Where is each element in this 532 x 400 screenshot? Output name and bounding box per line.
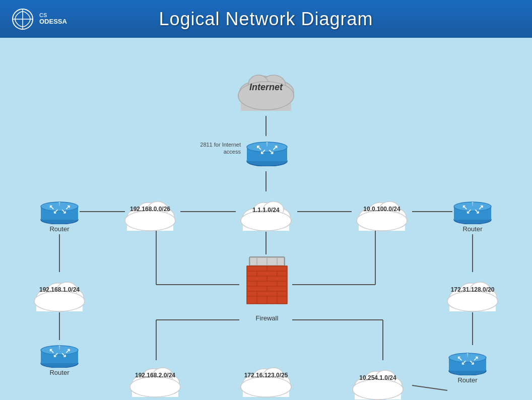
- svg-text:↙: ↙: [260, 148, 266, 156]
- svg-line-22: [412, 385, 447, 390]
- network-10-254-cloud: 10.254.1.0/24: [348, 360, 408, 400]
- internet-cloud: Internet: [231, 63, 301, 113]
- network-192-168-0-label: 192.168.0.0/26: [122, 206, 178, 213]
- page-title: Logical Network Diagram: [159, 9, 373, 30]
- network-192-168-2-label: 192.168.2.0/24: [127, 372, 183, 379]
- router-bottom-left-shape: ↖ ↑ ↗ ↙ ↘: [39, 340, 80, 368]
- network-10-0-100-cloud: 10.0.100.0/24: [352, 191, 412, 232]
- svg-point-136: [130, 377, 180, 397]
- firewall-node: Firewall: [239, 254, 295, 322]
- svg-text:↘: ↘: [469, 359, 475, 366]
- router-top-sublabel: 2811 for Internetaccess: [195, 141, 241, 156]
- svg-point-59: [357, 211, 407, 231]
- firewall-label: Firewall: [239, 314, 295, 322]
- network-10-0-100-label: 10.0.100.0/24: [354, 206, 410, 213]
- header: CS ODESSA Logical Network Diagram: [0, 0, 532, 38]
- router-left-node: ↖ ↑ ↗ ↙ ↘ Router: [39, 196, 80, 233]
- firewall-shape: [239, 254, 295, 315]
- router-right-shape: ↖ ↑ ↗ ↙ ↘: [452, 196, 493, 224]
- network-192-168-1-cloud: 192.168.1.0/24: [29, 272, 90, 312]
- svg-text:↑: ↑: [466, 351, 470, 358]
- router-left-shape: ↖ ↑ ↗ ↙ ↘: [39, 196, 80, 224]
- router-bottom-right-node: ↖ ↑ ↗ ↙ ↘ Router: [447, 348, 488, 384]
- router-bottom-left-label: Router: [49, 369, 69, 376]
- svg-text:↑: ↑: [265, 140, 269, 148]
- logo: CS ODESSA: [10, 7, 67, 32]
- svg-text:↘: ↘: [268, 148, 274, 156]
- svg-text:↑: ↑: [58, 343, 61, 351]
- router-bottom-right-label: Router: [457, 376, 477, 384]
- network-1-1-1-label: 1.1.1.0/24: [238, 207, 294, 214]
- router-bottom-left-node: ↖ ↑ ↗ ↙ ↘ Router: [39, 340, 80, 376]
- router-bottom-right-shape: ↖ ↑ ↗ ↙ ↘: [447, 348, 488, 375]
- svg-text:↘: ↘: [61, 208, 66, 215]
- svg-point-150: [353, 379, 403, 399]
- svg-text:↙: ↙: [466, 208, 472, 215]
- router-right-label: Router: [462, 225, 482, 233]
- network-172-31-label: 172.31.128.0/20: [445, 286, 500, 293]
- router-top-shape: ↖ ↑ ↗ ↙ ↘: [246, 136, 289, 166]
- network-192-168-2-cloud: 192.168.2.0/24: [125, 358, 185, 398]
- svg-point-143: [241, 377, 291, 397]
- svg-text:↙: ↙: [53, 351, 58, 359]
- svg-text:↑: ↑: [471, 199, 475, 207]
- svg-point-52: [125, 211, 175, 231]
- network-192-168-0-cloud: 192.168.0.0/26: [120, 191, 180, 232]
- network-172-16-label: 172.16.123.0/25: [238, 372, 294, 379]
- router-top-node: 2811 for Internetaccess ↖ ↑ ↗ ↙ ↘: [246, 136, 289, 166]
- logo-line2: ODESSA: [39, 18, 67, 25]
- diagram: Internet 2811 for Internetaccess ↖ ↑ ↗ ↙…: [0, 38, 532, 400]
- svg-text:↘: ↘: [61, 351, 66, 359]
- network-192-168-1-label: 192.168.1.0/24: [32, 286, 87, 293]
- svg-point-89: [447, 291, 498, 311]
- logo-line1: CS: [39, 12, 67, 18]
- svg-text:↘: ↘: [474, 208, 480, 215]
- svg-text:↑: ↑: [58, 199, 61, 207]
- svg-text:↙: ↙: [53, 208, 58, 215]
- svg-text:↙: ↙: [461, 359, 467, 366]
- router-right-node: ↖ ↑ ↗ ↙ ↘ Router: [452, 196, 493, 233]
- svg-point-82: [34, 291, 85, 311]
- router-left-label: Router: [49, 225, 69, 233]
- internet-label: Internet: [233, 82, 299, 93]
- network-1-1-1-cloud: 1.1.1.0/24: [236, 191, 296, 232]
- network-172-31-cloud: 172.31.128.0/20: [442, 272, 503, 312]
- network-10-254-label: 10.254.1.0/24: [350, 374, 406, 381]
- logo-icon: [10, 7, 35, 32]
- network-172-16-cloud: 172.16.123.0/25: [236, 358, 296, 398]
